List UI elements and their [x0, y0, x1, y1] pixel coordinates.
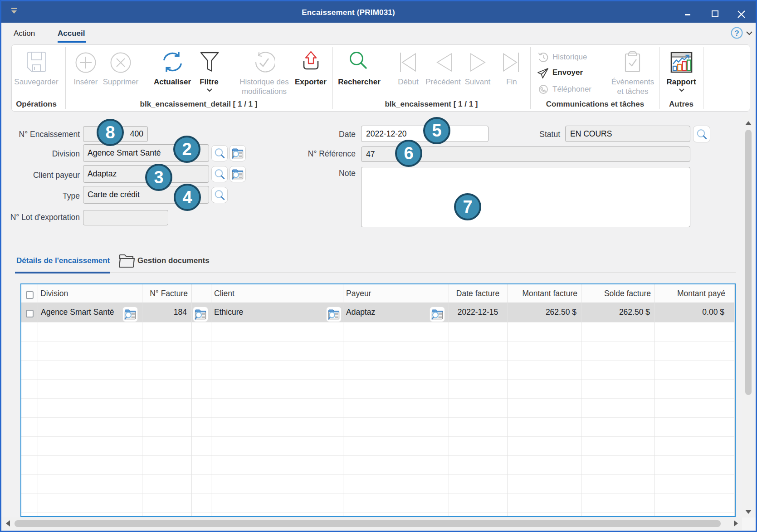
svg-text:?: ? [734, 29, 739, 38]
